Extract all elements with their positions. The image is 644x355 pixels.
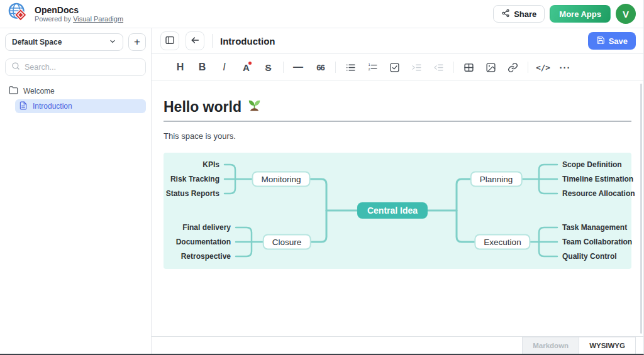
editor-mode-switcher: Markdown WYSIWYG xyxy=(152,336,643,354)
table-icon xyxy=(464,62,474,73)
mindmap-topic-monitoring: Monitoring xyxy=(252,172,310,187)
image-button[interactable] xyxy=(480,58,502,77)
new-space-button[interactable]: + xyxy=(128,33,146,51)
app-title: OpenDocs xyxy=(35,5,123,15)
save-button[interactable]: Save xyxy=(588,32,636,50)
indent-button[interactable] xyxy=(406,58,428,77)
mindmap-diagram[interactable]: Central IdeaMonitoringKPIsRisk TrackingS… xyxy=(164,153,631,269)
more-apps-button[interactable]: More Apps xyxy=(550,5,611,23)
mindmap-subtopic: Risk Tracking xyxy=(170,175,219,183)
vertical-scrollbar[interactable] xyxy=(640,84,642,334)
mindmap-subtopic: Status Reports xyxy=(166,189,219,198)
sidebar: Default Space + Welcome xyxy=(0,28,152,354)
mindmap-subtopic: Timeline Estimation xyxy=(562,175,633,183)
tab-markdown[interactable]: Markdown xyxy=(522,337,579,354)
folder-icon xyxy=(9,85,18,97)
arrow-left-icon xyxy=(190,35,200,47)
doc-paragraph: This space is yours. xyxy=(164,131,631,141)
main-panel: Introduction Save H B I A S — 66 xyxy=(152,28,643,354)
document-tree: Welcome Introduction xyxy=(5,84,146,113)
italic-button[interactable]: I xyxy=(213,58,235,77)
heading-button[interactable]: H xyxy=(169,58,191,77)
avatar[interactable]: V xyxy=(616,4,636,24)
mindmap-subtopic: Documentation xyxy=(176,238,231,246)
horizontal-rule-button[interactable]: — xyxy=(287,58,309,77)
outdent-icon xyxy=(433,62,444,73)
task-list-button[interactable] xyxy=(384,58,406,77)
workspace: Default Space + Welcome xyxy=(0,28,643,354)
numbered-list-button[interactable]: 12 xyxy=(362,58,384,77)
powered-by: Powered by Visual Paradigm xyxy=(35,15,123,23)
app-header: OpenDocs Powered by Visual Paradigm Shar… xyxy=(0,0,643,28)
mindmap-subtopic: Final delivery xyxy=(182,223,231,232)
search-box[interactable] xyxy=(5,58,146,76)
heading-rule xyxy=(164,121,631,122)
search-icon xyxy=(11,62,20,73)
blockquote-button[interactable]: 66 xyxy=(309,58,331,77)
page-title: Introduction xyxy=(220,36,275,46)
mindmap-subtopic: Resource Allocation xyxy=(562,189,635,198)
indent-icon xyxy=(411,62,422,73)
svg-text:2: 2 xyxy=(368,67,370,70)
mindmap-subtopic: Quality Control xyxy=(562,252,617,261)
code-button[interactable]: </> xyxy=(532,58,554,77)
sidebar-panel-icon xyxy=(165,35,175,47)
color-dot xyxy=(248,62,252,65)
svg-text:1: 1 xyxy=(368,63,370,67)
share-button[interactable]: Share xyxy=(493,5,545,23)
visual-paradigm-link[interactable]: Visual Paradigm xyxy=(73,15,123,23)
save-icon xyxy=(596,36,605,46)
more-options-button[interactable]: ··· xyxy=(554,58,576,77)
divider xyxy=(212,34,213,48)
tree-item-introduction[interactable]: Introduction xyxy=(15,99,146,113)
mindmap-subtopic: Team Collaboration xyxy=(562,238,632,246)
divider xyxy=(283,62,284,73)
opendocs-logo-icon xyxy=(8,2,29,26)
app-window: OpenDocs Powered by Visual Paradigm Shar… xyxy=(0,0,644,355)
bold-button[interactable]: B xyxy=(191,58,213,77)
toggle-sidebar-button[interactable] xyxy=(160,31,179,50)
mindmap-subtopic: Retrospective xyxy=(181,252,231,261)
formatting-toolbar: H B I A S — 66 12 xyxy=(152,54,643,81)
mindmap-topic-execution: Execution xyxy=(474,234,530,250)
mindmap-subtopic: Task Management xyxy=(562,223,627,232)
divider xyxy=(335,62,336,73)
doc-header: Introduction Save xyxy=(152,28,643,54)
bullet-list-icon xyxy=(345,62,356,73)
numbered-list-icon: 12 xyxy=(367,62,378,73)
doc-heading: Hello world xyxy=(164,97,631,116)
mindmap-subtopic: KPIs xyxy=(203,160,219,169)
link-button[interactable] xyxy=(502,58,524,77)
brand: OpenDocs Powered by Visual Paradigm xyxy=(8,2,123,26)
mindmap-central-topic: Central Idea xyxy=(357,202,428,219)
share-icon xyxy=(501,9,510,19)
space-selector[interactable]: Default Space xyxy=(5,33,123,51)
tree-item-welcome[interactable]: Welcome xyxy=(5,84,146,98)
image-icon xyxy=(486,62,496,73)
divider xyxy=(453,62,454,73)
table-button[interactable] xyxy=(458,58,480,77)
mindmap-subtopic: Scope Definition xyxy=(562,160,622,169)
editor-content[interactable]: Hello world This space is yours. Central… xyxy=(152,81,643,336)
divider xyxy=(528,62,528,73)
outdent-button[interactable] xyxy=(428,58,450,77)
chevron-down-icon xyxy=(109,38,116,47)
search-input[interactable] xyxy=(25,63,140,72)
link-icon xyxy=(508,62,518,73)
bullet-list-button[interactable] xyxy=(340,58,362,77)
strikethrough-button[interactable]: S xyxy=(257,58,279,77)
text-color-button[interactable]: A xyxy=(235,58,257,77)
back-button[interactable] xyxy=(186,31,204,50)
mindmap-topic-planning: Planning xyxy=(470,172,523,187)
document-icon xyxy=(19,101,28,112)
tab-wysiwyg[interactable]: WYSIWYG xyxy=(579,337,636,354)
header-actions: Share More Apps V xyxy=(493,4,636,24)
task-list-icon xyxy=(389,62,400,73)
seedling-emoji-icon xyxy=(247,97,262,116)
mindmap-topic-closure: Closure xyxy=(263,234,311,250)
